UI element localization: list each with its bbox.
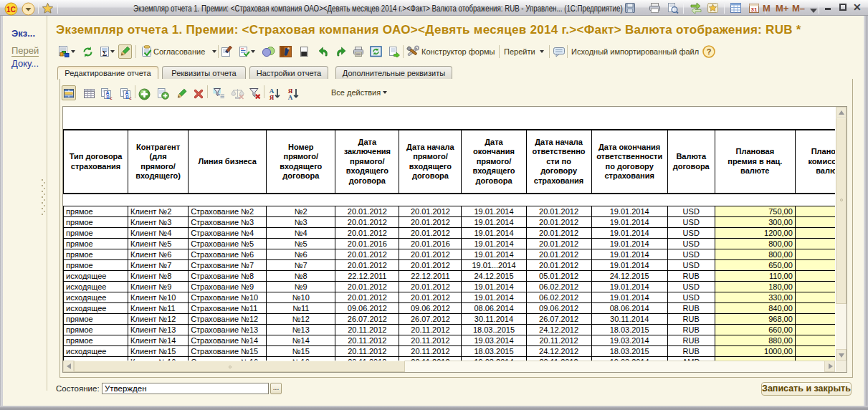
svg-text:А: А: [288, 94, 293, 101]
svg-text:с: с: [110, 96, 113, 100]
svg-text:Я: Я: [270, 94, 275, 101]
svg-text:1С: 1С: [6, 6, 16, 14]
svg-text:?: ?: [707, 47, 712, 56]
svg-text:Σ: Σ: [102, 49, 108, 57]
svg-text:31: 31: [751, 6, 758, 13]
svg-text:с: с: [129, 96, 132, 100]
